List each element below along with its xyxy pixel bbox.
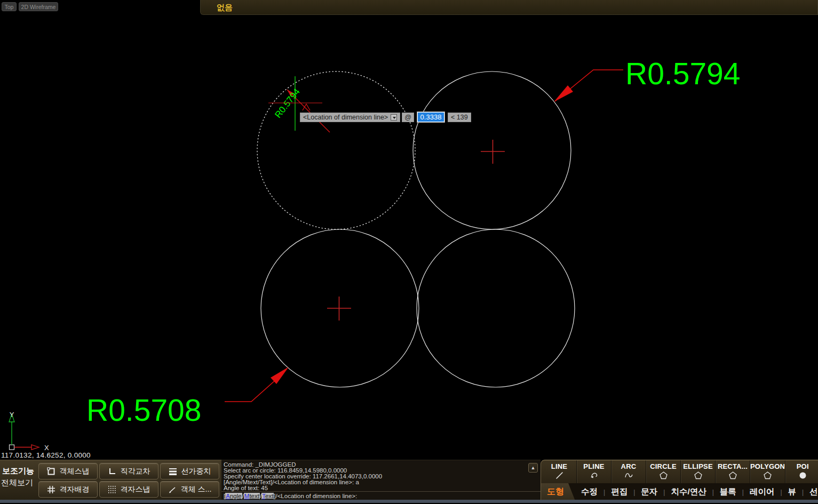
crosshair-cursor	[268, 76, 322, 131]
dynamic-input-dropdown-icon[interactable]	[391, 114, 397, 121]
polyline-arrow-icon	[590, 471, 599, 480]
pline-tool-button[interactable]: PLINE	[577, 460, 611, 483]
app-window: Top 2D Wireframe 없음 R0.5794 R0.5708	[0, 0, 818, 504]
dynamic-input-distance-field[interactable]: 0.3338	[417, 111, 445, 123]
circle-top-right[interactable]	[413, 71, 571, 229]
draw-ribbon-panel: LINE PLINE ARC CIRCLE	[541, 460, 818, 500]
grid-dots-icon	[108, 485, 116, 494]
tab-dimension[interactable]: 치수/연산	[665, 486, 712, 498]
polygon-tool-label: POLYGON	[750, 462, 785, 470]
object-track-button[interactable]: 객체 스...	[160, 481, 219, 498]
pline-tool-label: PLINE	[583, 462, 604, 470]
command-input-line[interactable]: [Angle/Mtext/Text]/<Location of dimensio…	[224, 493, 357, 499]
radius-dim-top-right: R0.5794	[554, 57, 741, 102]
center-mark-bottom-left	[327, 297, 351, 321]
option-link-text[interactable]: Text	[261, 493, 274, 499]
pentagon-icon	[694, 471, 703, 480]
center-mark-top-right	[481, 140, 505, 164]
point-tool-label: POI	[797, 462, 809, 470]
ellipse-tool-label: ELLIPSE	[683, 462, 713, 470]
command-separator	[221, 491, 541, 492]
ortho-button[interactable]: 직각교차	[99, 463, 158, 479]
ucs-icon: Y X	[9, 411, 49, 452]
status-coordinates: 117.0132, 14.6252, 0.0000	[1, 451, 91, 459]
aux-toolbar-title[interactable]: 보조기능	[2, 466, 34, 476]
dynamic-input-at-symbol: @	[402, 113, 414, 122]
line-icon	[555, 471, 564, 480]
lineweight-bars-icon	[169, 467, 177, 476]
object-snap-button[interactable]: 객체스냅	[38, 463, 98, 479]
leader-arrowhead	[554, 85, 573, 102]
tab-draw[interactable]: 도형	[541, 483, 575, 500]
rectangle-tool-button[interactable]: RECTA...	[716, 460, 750, 483]
jog-symbol	[303, 104, 310, 110]
prompt-default-option: <Location of dimension line>:	[277, 493, 358, 499]
tab-text[interactable]: 문자	[635, 486, 663, 498]
tab-block[interactable]: 블록	[714, 486, 742, 498]
dynamic-input-distance-value: 0.3338	[418, 113, 444, 122]
ucs-x-label: X	[44, 444, 49, 452]
circle-top-left-selected[interactable]	[257, 71, 415, 229]
tab-view[interactable]: 뷰	[782, 486, 803, 498]
pentagon-icon	[728, 471, 737, 480]
arc-tool-button[interactable]: ARC	[611, 460, 646, 483]
drawing-canvas[interactable]: R0.5794 R0.5708 R0.5794 Y X	[0, 0, 818, 460]
arc-tool-label: ARC	[621, 462, 637, 470]
lineweight-label: 선가중치	[181, 467, 211, 476]
polygon-tool-button[interactable]: POLYGON	[750, 460, 785, 483]
dynamic-input-angle-field[interactable]: < 139	[448, 113, 471, 122]
object-snap-label: 객체스냅	[60, 467, 90, 476]
grid-display-label: 격자배경	[60, 485, 90, 494]
radius-label-top: R0.5794	[625, 57, 741, 91]
command-history-line: Angle of text: 45	[221, 485, 541, 491]
pentagon-icon	[659, 471, 668, 480]
command-history-line: [Angle/Mtext/Text]/<Location of dimensio…	[221, 479, 541, 485]
draw-tool-buttons: LINE PLINE ARC CIRCLE	[542, 460, 818, 483]
circle-bottom-right[interactable]	[417, 229, 575, 387]
grid-display-button[interactable]: 격자배경	[38, 481, 98, 498]
ortho-label: 직각교차	[121, 467, 150, 476]
ucs-y-label: Y	[10, 411, 14, 419]
object-track-pencil-icon	[168, 485, 177, 494]
point-tool-button[interactable]: POI	[785, 460, 818, 483]
object-snap-square-icon	[47, 467, 55, 476]
arc-curve-icon	[624, 471, 633, 480]
circle-tool-button[interactable]: CIRCLE	[646, 460, 681, 483]
zoom-extents-label[interactable]: 전체보기	[1, 478, 33, 488]
center-marks	[327, 140, 505, 321]
lineweight-button[interactable]: 선가중치	[160, 463, 219, 479]
ribbon-tab-bar: 도형 수정 | 편집 | 문자 | 치수/연산 | 블록 | 레이어 | 뷰 |…	[541, 483, 818, 500]
grid-snap-label: 격자스냅	[121, 485, 150, 494]
pentagon-icon	[763, 471, 772, 480]
ortho-corner-icon	[108, 467, 116, 476]
point-dot-icon	[798, 471, 807, 480]
window-bottom-edge	[0, 500, 818, 503]
tab-select-query[interactable]: 선택/조회	[804, 486, 818, 498]
dynamic-input-prompt-text: <Location of dimension line>	[303, 114, 388, 121]
aux-toolbar: 보조기능 전체보기 객체스냅 직각교차 선가중치	[0, 460, 221, 500]
tab-modify[interactable]: 수정	[575, 486, 603, 498]
tab-edit[interactable]: 편집	[605, 486, 633, 498]
command-line-panel[interactable]: Command: _DIMJOGGED Select arc or circle…	[221, 460, 541, 500]
rectangle-tool-label: RECTA...	[718, 462, 748, 470]
grid-hash-icon	[47, 485, 55, 494]
option-link-angle[interactable]: Angle	[225, 493, 242, 499]
inline-dim-text: R0.5794	[273, 86, 302, 119]
radius-label-bottom: R0.5708	[86, 393, 202, 427]
radius-dim-bottom-left: R0.5708	[86, 367, 289, 427]
option-link-mtext[interactable]: Mtext	[244, 493, 260, 499]
ellipse-tool-button[interactable]: ELLIPSE	[681, 460, 716, 483]
command-scroll-up-button[interactable]: ▲	[528, 463, 538, 473]
leader-arrowhead	[271, 367, 289, 384]
command-history: Command: _DIMJOGGED Select arc or circle…	[221, 460, 541, 491]
tab-layer[interactable]: 레이어	[744, 486, 781, 498]
object-track-label: 객체 스...	[181, 485, 212, 494]
grid-snap-button[interactable]: 격자스냅	[99, 481, 158, 498]
dynamic-input-prompt: <Location of dimension line>	[300, 113, 400, 122]
line-tool-button[interactable]: LINE	[542, 460, 577, 483]
line-tool-label: LINE	[551, 462, 567, 470]
circle-tool-label: CIRCLE	[650, 462, 677, 470]
ucs-x-arrow	[31, 445, 39, 450]
